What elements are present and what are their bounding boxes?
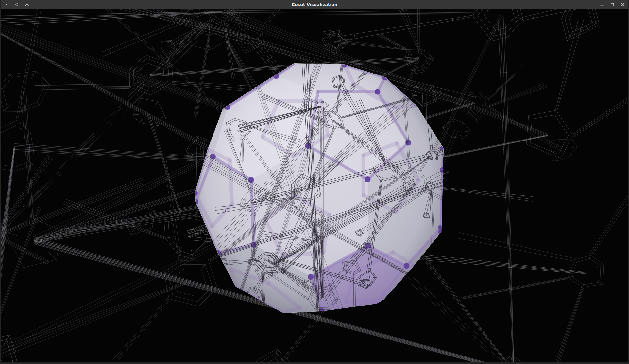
window-controls [599, 1, 628, 8]
close-icon [621, 2, 625, 7]
app-window: Coset Visualization [0, 0, 629, 364]
dot-icon[interactable] [3, 1, 10, 8]
chevron-up-glyph [25, 3, 29, 6]
maximize-icon [610, 3, 614, 7]
dot-glyph [6, 4, 7, 5]
window-border-bottom [1, 362, 628, 364]
minimize-icon [600, 3, 604, 7]
scene-viewport [1, 9, 628, 362]
titlebar: Coset Visualization [1, 0, 628, 9]
window-title: Coset Visualization [1, 0, 628, 9]
titlebar-left-icons [1, 1, 30, 8]
minimize-button[interactable] [599, 1, 605, 8]
maximize-button[interactable] [609, 1, 616, 8]
close-button[interactable] [620, 1, 626, 8]
circle-icon[interactable] [13, 1, 20, 8]
chevron-up-icon[interactable] [24, 1, 30, 8]
circle-glyph [15, 3, 18, 6]
coset-3d-canvas[interactable] [1, 9, 628, 362]
